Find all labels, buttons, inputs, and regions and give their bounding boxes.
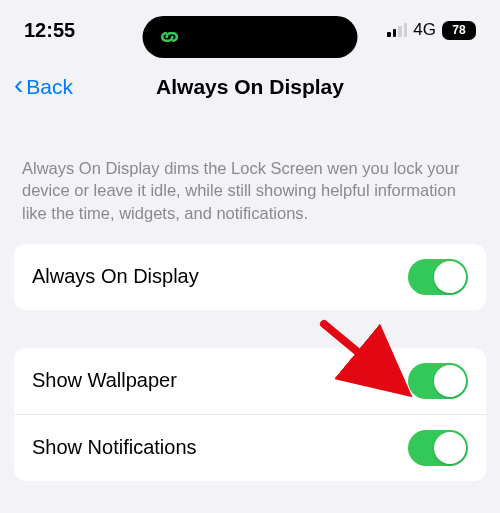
row-label: Show Notifications xyxy=(32,436,197,459)
status-right: 4G 78 xyxy=(387,20,476,40)
toggle-show-notifications[interactable] xyxy=(408,430,468,466)
section-options: Show Wallpaper Show Notifications xyxy=(14,348,486,481)
dynamic-island[interactable] xyxy=(143,16,358,58)
toggle-knob xyxy=(434,365,466,397)
battery-percent: 78 xyxy=(452,23,465,37)
row-show-wallpaper[interactable]: Show Wallpaper xyxy=(14,348,486,414)
status-bar: 12:55 4G 78 xyxy=(0,0,500,56)
status-time: 12:55 xyxy=(24,19,75,42)
network-type: 4G xyxy=(413,20,436,40)
page-title: Always On Display xyxy=(156,75,344,99)
link-icon xyxy=(157,24,183,50)
toggle-show-wallpaper[interactable] xyxy=(408,363,468,399)
nav-bar: ‹ Back Always On Display xyxy=(0,56,500,115)
battery-icon: 78 xyxy=(442,21,476,40)
row-label: Show Wallpaper xyxy=(32,369,177,392)
back-button[interactable]: ‹ Back xyxy=(14,74,73,99)
toggle-knob xyxy=(434,261,466,293)
signal-bars-icon xyxy=(387,23,407,37)
row-label: Always On Display xyxy=(32,265,199,288)
section-main: Always On Display xyxy=(14,244,486,310)
row-always-on-display[interactable]: Always On Display xyxy=(14,244,486,310)
back-label: Back xyxy=(26,75,73,99)
section-description: Always On Display dims the Lock Screen w… xyxy=(0,115,500,244)
row-show-notifications[interactable]: Show Notifications xyxy=(14,414,486,481)
toggle-always-on-display[interactable] xyxy=(408,259,468,295)
toggle-knob xyxy=(434,432,466,464)
chevron-left-icon: ‹ xyxy=(14,71,23,99)
